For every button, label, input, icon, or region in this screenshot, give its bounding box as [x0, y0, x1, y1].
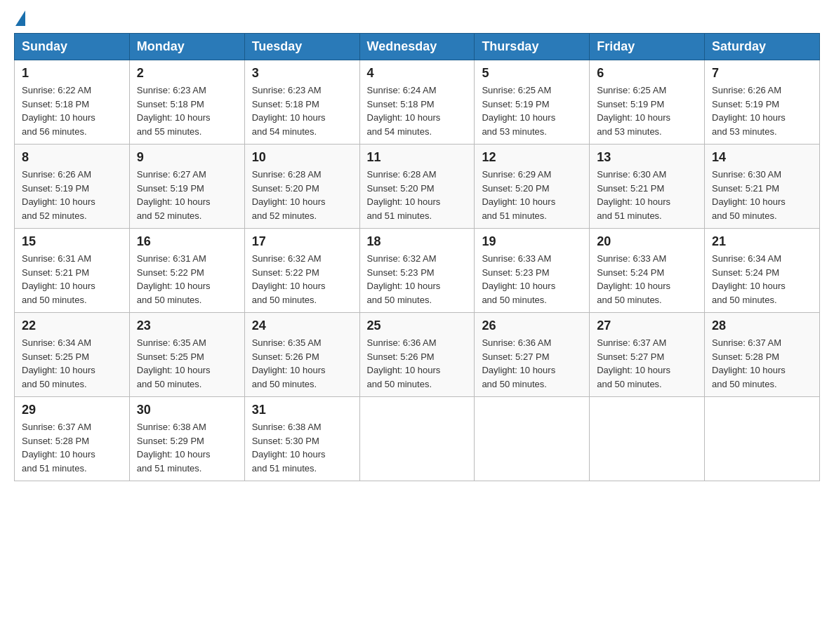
day-info: Sunrise: 6:28 AMSunset: 5:20 PMDaylight:…	[252, 168, 352, 222]
calendar-cell: 17 Sunrise: 6:32 AMSunset: 5:22 PMDaylig…	[244, 229, 359, 313]
calendar-cell: 7 Sunrise: 6:26 AMSunset: 5:19 PMDayligh…	[705, 60, 820, 145]
day-number: 13	[597, 150, 697, 165]
day-number: 5	[482, 66, 582, 81]
day-number: 28	[712, 318, 812, 333]
day-info: Sunrise: 6:24 AMSunset: 5:18 PMDaylight:…	[367, 83, 468, 138]
calendar-cell: 15 Sunrise: 6:31 AMSunset: 5:21 PMDaylig…	[15, 229, 130, 313]
header-sunday: Sunday	[15, 34, 130, 60]
day-number: 21	[712, 234, 812, 249]
day-info: Sunrise: 6:35 AMSunset: 5:26 PMDaylight:…	[252, 336, 352, 391]
day-info: Sunrise: 6:33 AMSunset: 5:23 PMDaylight:…	[482, 252, 582, 307]
calendar-cell: 1 Sunrise: 6:22 AMSunset: 5:18 PMDayligh…	[15, 60, 130, 145]
day-number: 6	[597, 66, 697, 81]
header-wednesday: Wednesday	[359, 34, 475, 60]
calendar-cell: 18 Sunrise: 6:32 AMSunset: 5:23 PMDaylig…	[359, 229, 475, 313]
day-number: 22	[22, 318, 122, 333]
calendar-cell: 25 Sunrise: 6:36 AMSunset: 5:26 PMDaylig…	[359, 313, 475, 397]
header-thursday: Thursday	[475, 34, 590, 60]
day-info: Sunrise: 6:38 AMSunset: 5:29 PMDaylight:…	[137, 420, 237, 475]
day-number: 18	[367, 234, 468, 249]
header-tuesday: Tuesday	[244, 34, 359, 60]
calendar-cell: 24 Sunrise: 6:35 AMSunset: 5:26 PMDaylig…	[244, 313, 359, 397]
day-number: 12	[482, 150, 582, 165]
calendar-cell: 20 Sunrise: 6:33 AMSunset: 5:24 PMDaylig…	[590, 229, 705, 313]
calendar-cell: 28 Sunrise: 6:37 AMSunset: 5:28 PMDaylig…	[705, 313, 820, 397]
week-row-5: 29 Sunrise: 6:37 AMSunset: 5:28 PMDaylig…	[15, 397, 820, 481]
day-info: Sunrise: 6:31 AMSunset: 5:22 PMDaylight:…	[137, 252, 237, 307]
day-info: Sunrise: 6:28 AMSunset: 5:20 PMDaylight:…	[367, 168, 468, 222]
calendar-cell: 9 Sunrise: 6:27 AMSunset: 5:19 PMDayligh…	[129, 145, 244, 229]
day-info: Sunrise: 6:23 AMSunset: 5:18 PMDaylight:…	[252, 83, 352, 138]
calendar-cell: 4 Sunrise: 6:24 AMSunset: 5:18 PMDayligh…	[359, 60, 475, 145]
day-info: Sunrise: 6:37 AMSunset: 5:28 PMDaylight:…	[712, 336, 812, 391]
day-number: 9	[137, 150, 237, 165]
day-info: Sunrise: 6:32 AMSunset: 5:22 PMDaylight:…	[252, 252, 352, 307]
calendar-header-row: SundayMondayTuesdayWednesdayThursdayFrid…	[15, 34, 820, 60]
calendar-cell: 23 Sunrise: 6:35 AMSunset: 5:25 PMDaylig…	[129, 313, 244, 397]
day-number: 29	[22, 403, 122, 417]
logo	[14, 14, 25, 26]
day-info: Sunrise: 6:36 AMSunset: 5:27 PMDaylight:…	[482, 336, 582, 391]
calendar-cell: 27 Sunrise: 6:37 AMSunset: 5:27 PMDaylig…	[590, 313, 705, 397]
day-number: 15	[22, 234, 122, 249]
calendar-cell: 8 Sunrise: 6:26 AMSunset: 5:19 PMDayligh…	[15, 145, 130, 229]
day-info: Sunrise: 6:34 AMSunset: 5:24 PMDaylight:…	[712, 252, 812, 307]
day-number: 25	[367, 318, 468, 333]
day-info: Sunrise: 6:37 AMSunset: 5:28 PMDaylight:…	[22, 420, 122, 475]
calendar-cell: 22 Sunrise: 6:34 AMSunset: 5:25 PMDaylig…	[15, 313, 130, 397]
day-info: Sunrise: 6:27 AMSunset: 5:19 PMDaylight:…	[137, 168, 237, 222]
header-monday: Monday	[129, 34, 244, 60]
calendar-cell: 12 Sunrise: 6:29 AMSunset: 5:20 PMDaylig…	[475, 145, 590, 229]
calendar-cell: 11 Sunrise: 6:28 AMSunset: 5:20 PMDaylig…	[359, 145, 475, 229]
day-info: Sunrise: 6:32 AMSunset: 5:23 PMDaylight:…	[367, 252, 468, 307]
day-info: Sunrise: 6:37 AMSunset: 5:27 PMDaylight:…	[597, 336, 697, 391]
calendar-cell: 26 Sunrise: 6:36 AMSunset: 5:27 PMDaylig…	[475, 313, 590, 397]
day-info: Sunrise: 6:25 AMSunset: 5:19 PMDaylight:…	[597, 83, 697, 138]
day-info: Sunrise: 6:26 AMSunset: 5:19 PMDaylight:…	[712, 83, 812, 138]
calendar-cell: 13 Sunrise: 6:30 AMSunset: 5:21 PMDaylig…	[590, 145, 705, 229]
week-row-4: 22 Sunrise: 6:34 AMSunset: 5:25 PMDaylig…	[15, 313, 820, 397]
day-info: Sunrise: 6:25 AMSunset: 5:19 PMDaylight:…	[482, 83, 582, 138]
day-info: Sunrise: 6:30 AMSunset: 5:21 PMDaylight:…	[712, 168, 812, 222]
header-saturday: Saturday	[705, 34, 820, 60]
calendar-cell: 5 Sunrise: 6:25 AMSunset: 5:19 PMDayligh…	[475, 60, 590, 145]
day-number: 3	[252, 66, 352, 81]
calendar-cell	[705, 397, 820, 481]
day-info: Sunrise: 6:22 AMSunset: 5:18 PMDaylight:…	[22, 83, 122, 138]
day-number: 27	[597, 318, 697, 333]
day-number: 26	[482, 318, 582, 333]
calendar-cell: 6 Sunrise: 6:25 AMSunset: 5:19 PMDayligh…	[590, 60, 705, 145]
day-info: Sunrise: 6:23 AMSunset: 5:18 PMDaylight:…	[137, 83, 237, 138]
day-info: Sunrise: 6:31 AMSunset: 5:21 PMDaylight:…	[22, 252, 122, 307]
day-number: 24	[252, 318, 352, 333]
day-info: Sunrise: 6:30 AMSunset: 5:21 PMDaylight:…	[597, 168, 697, 222]
calendar-cell	[359, 397, 475, 481]
day-number: 30	[137, 403, 237, 417]
day-number: 23	[137, 318, 237, 333]
calendar-cell: 21 Sunrise: 6:34 AMSunset: 5:24 PMDaylig…	[705, 229, 820, 313]
week-row-3: 15 Sunrise: 6:31 AMSunset: 5:21 PMDaylig…	[15, 229, 820, 313]
calendar-cell: 16 Sunrise: 6:31 AMSunset: 5:22 PMDaylig…	[129, 229, 244, 313]
day-info: Sunrise: 6:26 AMSunset: 5:19 PMDaylight:…	[22, 168, 122, 222]
day-info: Sunrise: 6:38 AMSunset: 5:30 PMDaylight:…	[252, 420, 352, 475]
calendar-table: SundayMondayTuesdayWednesdayThursdayFrid…	[14, 33, 820, 481]
header-friday: Friday	[590, 34, 705, 60]
calendar-cell: 31 Sunrise: 6:38 AMSunset: 5:30 PMDaylig…	[244, 397, 359, 481]
day-number: 14	[712, 150, 812, 165]
day-number: 10	[252, 150, 352, 165]
day-number: 1	[22, 66, 122, 81]
calendar-cell	[590, 397, 705, 481]
day-number: 2	[137, 66, 237, 81]
calendar-cell: 10 Sunrise: 6:28 AMSunset: 5:20 PMDaylig…	[244, 145, 359, 229]
calendar-cell: 29 Sunrise: 6:37 AMSunset: 5:28 PMDaylig…	[15, 397, 130, 481]
day-info: Sunrise: 6:35 AMSunset: 5:25 PMDaylight:…	[137, 336, 237, 391]
calendar-cell	[475, 397, 590, 481]
day-number: 11	[367, 150, 468, 165]
day-number: 7	[712, 66, 812, 81]
calendar-cell: 30 Sunrise: 6:38 AMSunset: 5:29 PMDaylig…	[129, 397, 244, 481]
calendar-cell: 2 Sunrise: 6:23 AMSunset: 5:18 PMDayligh…	[129, 60, 244, 145]
calendar-cell: 19 Sunrise: 6:33 AMSunset: 5:23 PMDaylig…	[475, 229, 590, 313]
calendar-cell: 3 Sunrise: 6:23 AMSunset: 5:18 PMDayligh…	[244, 60, 359, 145]
calendar-cell: 14 Sunrise: 6:30 AMSunset: 5:21 PMDaylig…	[705, 145, 820, 229]
day-number: 4	[367, 66, 468, 81]
